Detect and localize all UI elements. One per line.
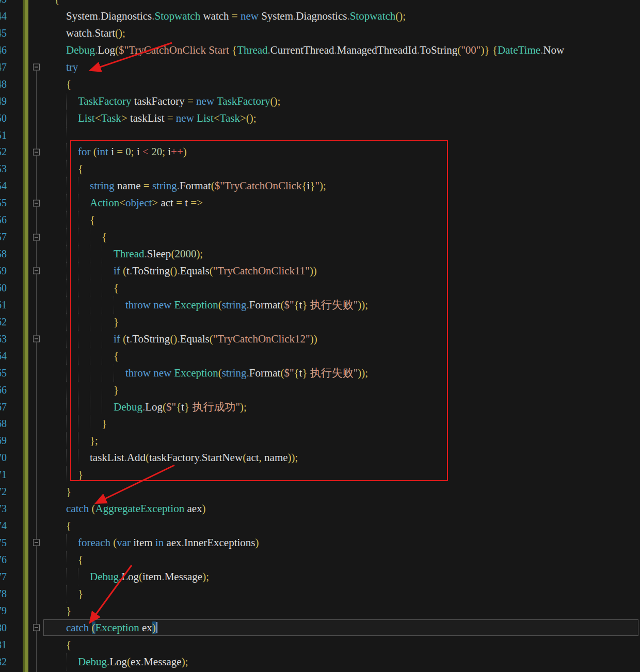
code-line[interactable]: {43 [0, 0, 640, 8]
token: > [240, 112, 246, 124]
line-number-gutter[interactable]: 72 [0, 483, 8, 500]
line-number-gutter[interactable]: 49 [0, 93, 8, 110]
code-text: Debug.Log(ex.Message); [0, 653, 640, 670]
collapse-toggle-icon[interactable] [33, 268, 40, 274]
token: aex [164, 536, 181, 549]
token: { [66, 519, 71, 532]
token: (); [115, 27, 125, 39]
line-number-gutter[interactable]: 71 [0, 466, 8, 483]
token: taskList [127, 112, 167, 124]
token: item [142, 570, 162, 583]
collapse-toggle-icon[interactable] [33, 200, 40, 206]
code-line[interactable]: }72 [0, 483, 640, 500]
line-number-gutter[interactable]: 77 [0, 568, 8, 585]
line-number-gutter[interactable]: 52 [0, 143, 8, 160]
line-number-gutter[interactable]: 73 [0, 500, 8, 517]
code-line[interactable]: try47 [0, 59, 640, 76]
code-text: catch (Exception ex) [0, 619, 640, 636]
code-text: catch (AggregateException aex) [0, 500, 640, 517]
line-number: 48 [0, 76, 7, 93]
code-line[interactable]: {76 [0, 551, 640, 568]
code-text: { [0, 76, 640, 93]
line-number-gutter[interactable]: 50 [0, 110, 8, 127]
code-line[interactable]: Debug.Log($"TryCatchOnClick Start {Threa… [0, 42, 640, 59]
code-line[interactable]: List<Task> taskList = new List<Task>();5… [0, 110, 640, 127]
line-number-gutter[interactable]: 54 [0, 177, 8, 194]
code-line[interactable]: catch (AggregateException aex)73 [0, 500, 640, 517]
code-line[interactable]: System.Diagnostics.Stopwatch watch = new… [0, 8, 640, 25]
line-number-gutter[interactable]: 67 [0, 399, 8, 416]
line-number: 67 [0, 399, 7, 416]
code-line[interactable]: }79 [0, 602, 640, 619]
line-number-gutter[interactable]: 81 [0, 636, 8, 653]
code-line[interactable]: }78 [0, 585, 640, 602]
line-number-gutter[interactable]: 78 [0, 585, 8, 602]
code-line[interactable]: TaskFactory taskFactory = new TaskFactor… [0, 93, 640, 110]
annotation-rectangle [70, 140, 448, 481]
line-number-gutter[interactable]: 64 [0, 348, 8, 365]
line-number-gutter[interactable]: 70 [0, 449, 8, 466]
line-number-gutter[interactable]: 74 [0, 517, 8, 534]
line-number-gutter[interactable]: 76 [0, 551, 8, 568]
token: = [167, 112, 173, 124]
collapse-toggle-icon[interactable] [33, 539, 40, 546]
code-line[interactable]: catch (Exception ex)80 [0, 619, 640, 636]
token: { [54, 0, 59, 5]
line-number-gutter[interactable]: 69 [0, 432, 8, 449]
line-number: 61 [0, 297, 7, 314]
code-line[interactable]: {81 [0, 636, 640, 653]
token: Debug [90, 570, 119, 583]
collapse-toggle-icon[interactable] [33, 625, 40, 631]
line-number-gutter[interactable]: 47 [0, 59, 8, 76]
line-number-gutter[interactable]: 55 [0, 194, 8, 211]
line-number-gutter[interactable]: 51 [0, 127, 8, 144]
line-number-gutter[interactable]: 46 [0, 42, 8, 59]
line-number-gutter[interactable]: 80 [0, 619, 8, 636]
line-number-gutter[interactable]: 56 [0, 211, 8, 228]
token: catch [66, 502, 89, 515]
line-number: 74 [0, 517, 7, 534]
line-number-gutter[interactable]: 45 [0, 25, 8, 42]
code-line[interactable]: Debug.Log(item.Message);77 [0, 568, 640, 585]
code-text: foreach (var item in aex.InnerExceptions… [0, 534, 640, 551]
line-number-gutter[interactable]: 63 [0, 331, 8, 348]
line-number-gutter[interactable]: 62 [0, 314, 8, 331]
code-line[interactable]: Debug.Log(ex.Message);82 [0, 653, 640, 670]
line-number-gutter[interactable]: 59 [0, 263, 8, 280]
line-number-gutter[interactable]: 79 [0, 602, 8, 619]
line-number-gutter[interactable]: 53 [0, 160, 8, 177]
line-number-gutter[interactable]: 58 [0, 245, 8, 263]
line-number-gutter[interactable]: 60 [0, 280, 8, 297]
line-number: 81 [0, 636, 7, 653]
code-text: } [0, 483, 640, 500]
code-line[interactable]: watch.Start();45 [0, 25, 640, 42]
code-line[interactable]: {74 [0, 517, 640, 534]
token: { [78, 553, 83, 566]
token [89, 621, 91, 634]
collapse-toggle-icon[interactable] [33, 234, 40, 240]
token: Log [109, 655, 127, 668]
line-number-gutter[interactable]: 43 [0, 0, 8, 8]
line-number-gutter[interactable]: 61 [0, 297, 8, 314]
code-text: watch.Start(); [0, 25, 640, 42]
token: List [197, 112, 214, 124]
collapse-toggle-icon[interactable] [33, 149, 40, 155]
collapse-toggle-icon[interactable] [33, 64, 40, 71]
line-number-gutter[interactable]: 68 [0, 415, 8, 432]
collapse-toggle-icon[interactable] [33, 336, 40, 342]
line-number-gutter[interactable]: 65 [0, 365, 8, 382]
token: ex [131, 655, 141, 668]
code-line[interactable]: {48 [0, 76, 640, 93]
line-number-gutter[interactable]: 75 [0, 534, 8, 551]
token: taskFactory [132, 95, 187, 107]
token: System [66, 10, 98, 22]
line-number: 65 [0, 365, 7, 382]
line-number-gutter[interactable]: 66 [0, 382, 8, 399]
line-number-gutter[interactable]: 57 [0, 228, 8, 245]
code-line[interactable]: foreach (var item in aex.InnerExceptions… [0, 534, 640, 551]
line-number: 70 [0, 449, 7, 466]
token: foreach [78, 536, 110, 549]
line-number-gutter[interactable]: 48 [0, 76, 8, 93]
line-number-gutter[interactable]: 82 [0, 653, 8, 670]
line-number-gutter[interactable]: 44 [0, 8, 8, 25]
